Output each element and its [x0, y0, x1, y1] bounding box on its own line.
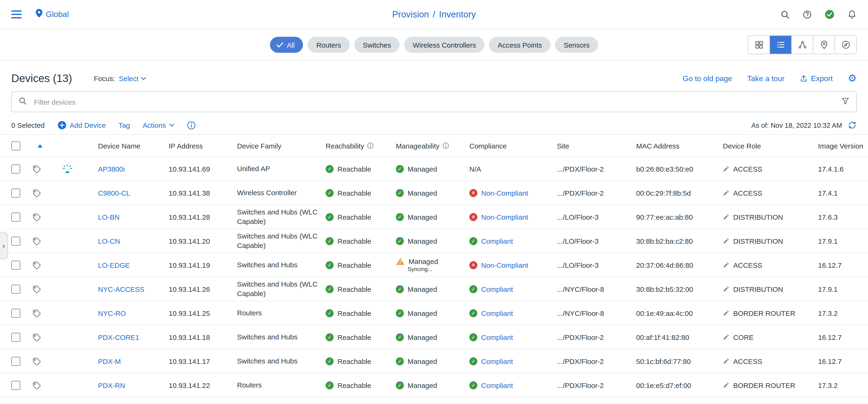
chip-wireless-controllers[interactable]: Wireless Controllers [404, 37, 485, 53]
compliance-link[interactable]: Compliant [481, 309, 513, 317]
edit-role-pencil-icon[interactable] [723, 358, 730, 365]
menu-icon[interactable] [11, 10, 22, 19]
compliance-cell[interactable]: N/A [469, 165, 557, 173]
row-checkbox[interactable] [11, 212, 20, 221]
compliance-link[interactable]: N/A [469, 165, 481, 173]
add-device-button[interactable]: Add Device [58, 121, 106, 129]
system-health-icon[interactable] [825, 9, 835, 19]
row-checkbox[interactable] [11, 333, 20, 342]
compliance-cell[interactable]: Non-Compliant [469, 213, 557, 221]
device-name-link[interactable]: PDX-CORE1 [98, 333, 139, 341]
device-name-link[interactable]: LO-EDGE [98, 261, 130, 269]
compliance-link[interactable]: Compliant [481, 285, 513, 293]
device-name-link[interactable]: C9800-CL [98, 189, 130, 197]
chip-all[interactable]: All [270, 37, 303, 53]
map-view-icon[interactable] [813, 36, 835, 54]
row-checkbox[interactable] [11, 357, 20, 366]
chip-routers[interactable]: Routers [308, 37, 350, 53]
actions-dropdown[interactable]: Actions [143, 121, 174, 129]
chip-access-points[interactable]: Access Points [489, 37, 550, 53]
row-checkbox[interactable] [11, 381, 20, 389]
row-checkbox[interactable] [11, 309, 20, 317]
compliance-cell[interactable]: Non-Compliant [469, 189, 557, 197]
tag-icon[interactable] [32, 188, 41, 197]
edit-role-pencil-icon[interactable] [723, 238, 730, 244]
column-header-device-name[interactable]: Device Name [98, 142, 169, 150]
edit-role-pencil-icon[interactable] [723, 382, 730, 388]
tag-icon[interactable] [32, 333, 41, 342]
device-name-link[interactable]: PDX-RN [98, 381, 125, 389]
tag-icon[interactable] [32, 285, 41, 293]
device-name-link[interactable]: NYC-ACCESS [98, 285, 145, 293]
filter-funnel-icon[interactable] [841, 97, 849, 107]
edit-role-pencil-icon[interactable] [723, 262, 730, 268]
device-name-link[interactable]: LO-CN [98, 237, 120, 245]
take-a-tour-link[interactable]: Take a tour [747, 74, 784, 83]
chip-switches[interactable]: Switches [354, 37, 400, 53]
breadcrumb-inventory[interactable]: Inventory [439, 9, 476, 20]
compliance-link[interactable]: Compliant [481, 357, 513, 365]
edit-role-pencil-icon[interactable] [723, 190, 730, 196]
column-header-ip-address[interactable]: IP Address [169, 142, 237, 150]
row-checkbox[interactable] [11, 236, 20, 246]
settings-gear-icon[interactable]: ⚙ [848, 74, 857, 83]
go-to-old-page-link[interactable]: Go to old page [683, 74, 732, 83]
sort-ascending-icon[interactable] [38, 144, 42, 147]
tag-button[interactable]: Tag [119, 121, 130, 129]
compass-view-icon[interactable] [835, 36, 856, 54]
edit-role-pencil-icon[interactable] [723, 286, 730, 292]
row-checkbox[interactable] [11, 188, 20, 197]
select-all-checkbox[interactable] [11, 141, 20, 150]
compliance-link[interactable]: Non-Compliant [481, 261, 528, 269]
column-header-device-family[interactable]: Device Family [237, 142, 326, 150]
compliance-cell[interactable]: Compliant [469, 333, 557, 341]
topology-view-icon[interactable] [791, 36, 813, 54]
compliance-link[interactable]: Compliant [481, 381, 513, 389]
tag-icon[interactable] [32, 357, 41, 366]
tag-icon[interactable] [32, 164, 41, 173]
device-name-link[interactable]: LO-BN [98, 213, 120, 221]
edit-role-pencil-icon[interactable] [723, 310, 730, 316]
column-header-image-version[interactable]: Image Version [818, 142, 868, 150]
breadcrumb-provision[interactable]: Provision [392, 9, 429, 20]
notifications-bell-icon[interactable] [847, 9, 857, 19]
device-name-link[interactable]: NYC-RO [98, 309, 126, 317]
chip-sensors[interactable]: Sensors [555, 37, 598, 53]
column-header-reachability[interactable]: Reachability [326, 142, 396, 150]
column-header-mac-address[interactable]: MAC Address [636, 142, 723, 150]
help-icon[interactable] [803, 10, 812, 19]
compliance-cell[interactable]: Compliant [469, 309, 557, 317]
tag-icon[interactable] [32, 309, 41, 317]
compliance-cell[interactable]: Non-Compliant [469, 261, 557, 269]
column-header-compliance[interactable]: Compliance [469, 142, 557, 150]
edit-role-pencil-icon[interactable] [723, 213, 730, 220]
tag-icon[interactable] [32, 236, 41, 246]
row-checkbox[interactable] [11, 285, 20, 293]
left-panel-expand-tab[interactable]: › [0, 232, 8, 259]
device-name-link[interactable]: AP3800i [98, 165, 125, 173]
compliance-link[interactable]: Non-Compliant [481, 213, 528, 221]
device-name-link[interactable]: PDX-M [98, 357, 121, 365]
tag-icon[interactable] [32, 212, 41, 221]
row-checkbox[interactable] [11, 260, 20, 269]
refresh-icon[interactable] [848, 121, 857, 129]
compliance-link[interactable]: Non-Compliant [481, 189, 528, 197]
column-header-manageability[interactable]: Manageability [396, 142, 469, 150]
info-icon[interactable] [187, 121, 195, 129]
compliance-link[interactable]: Compliant [481, 333, 513, 341]
global-site-selector[interactable]: Global [36, 9, 69, 20]
row-checkbox[interactable] [11, 164, 20, 173]
tag-icon[interactable] [32, 381, 41, 389]
column-header-device-role[interactable]: Device Role [723, 142, 818, 150]
edit-role-pencil-icon[interactable] [723, 334, 730, 340]
edit-role-pencil-icon[interactable] [723, 166, 730, 172]
compliance-cell[interactable]: Compliant [469, 357, 557, 365]
compliance-cell[interactable]: Compliant [469, 381, 557, 389]
column-header-site[interactable]: Site [557, 142, 636, 150]
export-button[interactable]: Export [800, 74, 833, 83]
card-view-icon[interactable] [748, 36, 770, 54]
list-view-icon[interactable] [770, 36, 791, 54]
compliance-link[interactable]: Compliant [481, 237, 513, 245]
filter-devices-input[interactable] [33, 97, 835, 106]
search-icon[interactable] [780, 10, 790, 19]
